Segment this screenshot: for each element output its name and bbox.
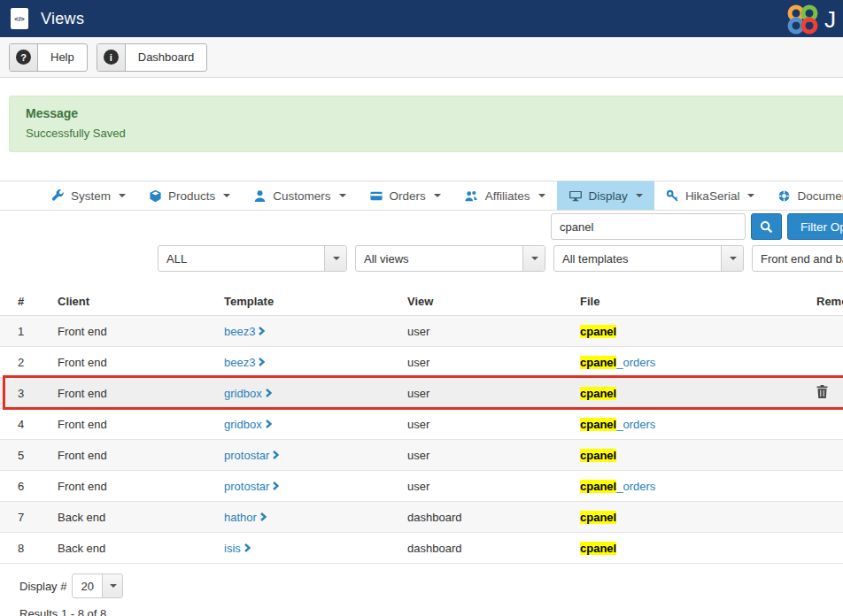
wrench-icon [51, 189, 65, 203]
search-input[interactable] [551, 213, 746, 240]
row-view: user [390, 356, 562, 369]
menu-item-products[interactable]: Products [137, 181, 242, 210]
filter-select-views[interactable]: All views [355, 245, 545, 272]
file-code-icon: </> [11, 8, 28, 29]
template-name: gridbox [224, 387, 262, 400]
menu-item-label: Orders [390, 189, 426, 203]
page-title: Views [41, 10, 84, 28]
file-highlight: cpanel [580, 356, 616, 369]
chevron-right-icon [273, 481, 279, 490]
row-file: cpanel_orders [562, 356, 799, 369]
row-remove-cell [799, 385, 843, 401]
trash-icon [816, 385, 828, 398]
chevron-right-icon [259, 327, 265, 335]
message-title: Message [26, 106, 827, 120]
table-row: 6Front endprotostarusercpanel_orders [0, 471, 843, 502]
row-view: user [390, 480, 562, 493]
template-link[interactable]: gridbox [224, 418, 272, 431]
monitor-icon [568, 189, 583, 203]
row-client: Front end [40, 418, 206, 431]
file-highlight: cpanel [580, 511, 616, 524]
users-icon [464, 189, 479, 203]
filter-select-type[interactable]: ALL [158, 245, 347, 272]
menu-item-hikaserial[interactable]: HikaSerial [654, 181, 767, 210]
col-header-template: Template [206, 295, 390, 308]
row-view: user [390, 449, 562, 462]
row-number: 6 [0, 480, 40, 493]
menu-item-orders[interactable]: Orders [358, 181, 452, 210]
help-button-label: Help [38, 50, 87, 64]
row-number: 3 [0, 387, 40, 400]
menu-item-documentation[interactable]: Documentation [766, 181, 843, 210]
chevron-down-icon [747, 194, 754, 197]
joomla-logo-icon [782, 4, 823, 35]
menu-item-system[interactable]: System [40, 181, 137, 210]
chevron-down-icon [223, 194, 230, 197]
menu-item-label: System [71, 189, 111, 203]
row-client: Back end [40, 511, 206, 524]
menu-item-customers[interactable]: Customers [242, 181, 357, 210]
dashboard-button[interactable]: i Dashboard [97, 43, 208, 72]
filter-select-type-value: ALL [159, 246, 324, 271]
chevron-down-icon[interactable] [721, 246, 743, 271]
template-link[interactable]: beez3 [224, 325, 265, 338]
chevron-down-icon[interactable] [522, 246, 545, 271]
file-highlight: cpanel [580, 387, 616, 400]
col-header-remove: Remove [799, 295, 843, 308]
template-link[interactable]: beez3 [224, 356, 265, 369]
chevron-down-icon[interactable] [324, 246, 346, 271]
template-name: hathor [224, 511, 257, 524]
file-suffix-link[interactable]: _orders [616, 418, 655, 431]
row-client: Front end [40, 449, 206, 462]
search-button[interactable] [751, 213, 782, 240]
menu-item-label: Products [168, 189, 215, 203]
help-button[interactable]: ? Help [9, 43, 88, 72]
template-link[interactable]: isis [224, 542, 251, 555]
row-file: cpanel_orders [562, 418, 799, 431]
template-link[interactable]: gridbox [224, 387, 272, 400]
component-menubar: System Products Customers Orders Affilia… [0, 181, 843, 211]
template-link[interactable]: hathor [224, 511, 267, 524]
template-link[interactable]: protostar [224, 449, 279, 462]
chevron-right-icon [266, 420, 272, 428]
user-icon [253, 189, 267, 203]
template-link[interactable]: protostar [224, 480, 279, 493]
row-client: Front end [40, 325, 206, 338]
delete-button[interactable] [816, 385, 828, 398]
filter-select-templates[interactable]: All templates [553, 245, 744, 272]
file-suffix-link[interactable]: _orders [616, 480, 655, 493]
table-row: 8Back endisisdashboardcpanel [0, 533, 843, 564]
toolbar: ? Help i Dashboard [0, 37, 843, 78]
page-size-select[interactable]: 20 [72, 574, 123, 598]
row-client: Front end [40, 480, 206, 493]
chevron-down-icon [119, 194, 126, 197]
file-highlight: cpanel [580, 480, 616, 493]
filter-selects-row: ALL All views All templates Front end an… [0, 244, 843, 274]
menu-item-display[interactable]: Display [557, 181, 654, 210]
file-suffix-link[interactable]: _orders [616, 356, 655, 369]
row-file: cpanel [562, 511, 799, 524]
pager: Display # 20 [19, 574, 843, 598]
col-header-client: Client [40, 295, 206, 308]
template-name: isis [224, 542, 241, 555]
chevron-right-icon [273, 450, 279, 459]
key-icon [666, 189, 679, 203]
life-ring-icon [777, 189, 791, 203]
row-number: 5 [0, 449, 40, 462]
table-row: 5Front endprotostarusercpanel [0, 440, 843, 471]
results-count: Results 1 - 8 of 8 [19, 607, 843, 616]
chevron-right-icon [266, 389, 272, 397]
filter-select-client[interactable]: Front end and back end [752, 245, 843, 272]
credit-card-icon [369, 189, 383, 203]
chevron-down-icon [636, 194, 643, 197]
row-file: cpanel [562, 387, 799, 400]
row-file: cpanel [562, 325, 799, 338]
file-highlight: cpanel [580, 449, 616, 462]
chevron-down-icon[interactable] [102, 574, 123, 597]
menu-item-affiliates[interactable]: Affiliates [452, 181, 557, 210]
filter-options-button[interactable]: Filter Options [787, 213, 843, 240]
cube-icon [149, 189, 162, 203]
row-number: 2 [0, 356, 40, 369]
page: </> Views J ? Help i Dashboard Message S… [0, 0, 843, 616]
template-name: beez3 [224, 325, 255, 338]
